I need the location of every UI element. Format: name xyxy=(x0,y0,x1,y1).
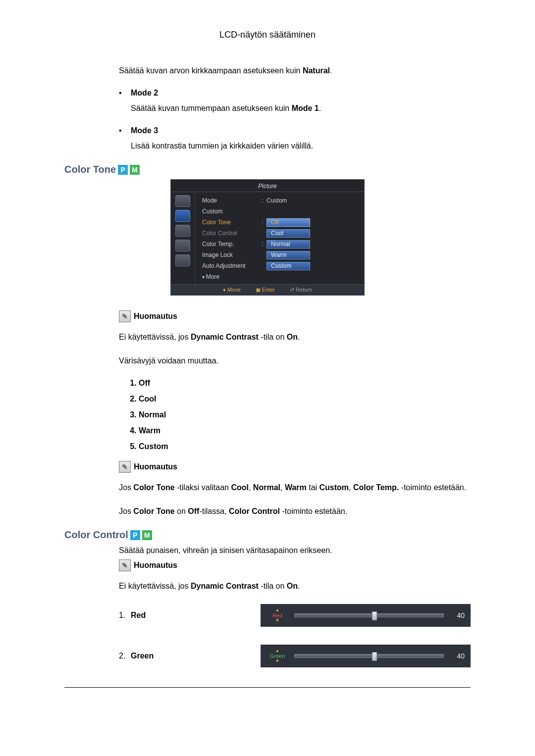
mode-3-body: Lisää kontrastia tummien ja kirkkaiden v… xyxy=(131,140,471,152)
note1-line2: Värisävyjä voidaan muuttaa. xyxy=(119,355,471,367)
mode-2-label: Mode 2 xyxy=(131,89,158,98)
mode-3-label: Mode 3 xyxy=(131,126,158,135)
note-heading: ✎ Huomautus xyxy=(119,461,471,473)
osd-side-icon xyxy=(175,225,190,237)
tone-options-list: Off Cool Normal Warm Custom xyxy=(119,379,471,451)
list-item: Off xyxy=(139,379,471,388)
badge-m-icon: M xyxy=(142,530,152,540)
slider-row-green: 2. Green ▲ Green ▼ 40 xyxy=(119,645,471,667)
bullet-mode-3: • Mode 3 xyxy=(119,126,471,135)
note1-line1: Ei käytettävissä, jos Dynamic Contrast -… xyxy=(119,331,471,343)
osd-side-icon xyxy=(175,254,190,266)
badge-p-icon: P xyxy=(118,165,128,175)
slider-green: ▲ Green ▼ 40 xyxy=(261,645,471,667)
osd-foot-enter: ▣ Enter xyxy=(256,287,275,293)
osd-side-icon xyxy=(175,195,190,207)
badge-p-icon: P xyxy=(130,530,140,540)
badge-m-icon: M xyxy=(130,165,140,175)
cc-intro: Säätää punaisen, vihreän ja sinisen väri… xyxy=(119,545,471,556)
mode-2-body: Säätää kuvan tummempaan asetukseen kuin … xyxy=(131,102,471,114)
intro-paragraph: Säätää kuvan arvon kirkkaampaan asetukse… xyxy=(119,65,471,77)
osd-foot-return: ↺ Return xyxy=(290,287,312,293)
note-heading: ✎ Huomautus xyxy=(119,559,471,571)
slider-row-red: 1. Red ▲ Red ▼ 40 xyxy=(119,604,471,627)
osd-foot-move: ♦ Move xyxy=(223,287,241,293)
list-item: Custom xyxy=(139,442,471,451)
note-icon: ✎ xyxy=(119,310,131,322)
bullet-mode-2: • Mode 2 xyxy=(119,89,471,98)
note3-line1: Ei käytettävissä, jos Dynamic Contrast -… xyxy=(119,580,471,592)
list-item: Normal xyxy=(139,410,471,419)
osd-side-icon xyxy=(175,240,190,252)
section-color-tone: Color Tone P M xyxy=(64,164,471,175)
slider-red: ▲ Red ▼ 40 xyxy=(261,604,471,627)
note-icon: ✎ xyxy=(119,559,131,571)
footer-rule xyxy=(64,687,471,688)
osd-screenshot: Picture Mode:Custom Custom Color Tone:Of… xyxy=(170,179,365,296)
osd-side-icon xyxy=(175,210,190,222)
note2-line2: Jos Color Tone on Off-tilassa, Color Con… xyxy=(119,505,471,517)
list-item: Warm xyxy=(139,426,471,435)
note-heading: ✎ Huomautus xyxy=(119,310,471,322)
page-title: LCD-näytön säätäminen xyxy=(64,30,471,40)
note-icon: ✎ xyxy=(119,461,131,473)
osd-title: Picture xyxy=(171,180,364,192)
section-color-control: Color Control P M xyxy=(64,529,471,541)
note2-line1: Jos Color Tone -tilaksi valitaan Cool, N… xyxy=(119,482,471,494)
list-item: Cool xyxy=(139,395,471,403)
